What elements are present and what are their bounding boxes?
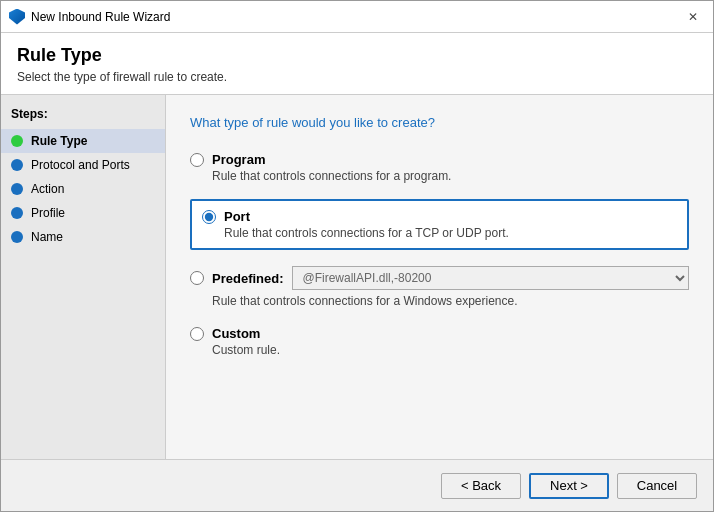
option-port-row: Port: [202, 209, 677, 224]
step-dot-rule-type: [11, 135, 23, 147]
step-label-name: Name: [31, 230, 63, 244]
wizard-window: New Inbound Rule Wizard ✕ Rule Type Sele…: [0, 0, 714, 512]
sidebar-item-name[interactable]: Name: [1, 225, 165, 249]
page-title: Rule Type: [17, 45, 697, 66]
radio-group: Program Rule that controls connections f…: [190, 150, 689, 359]
title-bar-controls: ✕: [681, 5, 705, 29]
step-label-profile: Profile: [31, 206, 65, 220]
page-subtitle: Select the type of firewall rule to crea…: [17, 70, 697, 84]
radio-predefined[interactable]: [190, 271, 204, 285]
step-dot-protocol-ports: [11, 159, 23, 171]
predefined-select[interactable]: @FirewallAPI.dll,-80200: [292, 266, 689, 290]
label-custom[interactable]: Custom: [212, 326, 260, 341]
step-label-action: Action: [31, 182, 64, 196]
title-bar: New Inbound Rule Wizard ✕: [1, 1, 713, 33]
radio-port[interactable]: [202, 210, 216, 224]
label-port[interactable]: Port: [224, 209, 250, 224]
option-custom-row: Custom: [190, 326, 689, 341]
sidebar-item-protocol-ports[interactable]: Protocol and Ports: [1, 153, 165, 177]
radio-program[interactable]: [190, 153, 204, 167]
step-dot-action: [11, 183, 23, 195]
desc-custom: Custom rule.: [212, 343, 689, 357]
sidebar-item-action[interactable]: Action: [1, 177, 165, 201]
option-predefined: Predefined: @FirewallAPI.dll,-80200 Rule…: [190, 264, 689, 310]
window-title: New Inbound Rule Wizard: [31, 10, 681, 24]
option-custom: Custom Custom rule.: [190, 324, 689, 359]
sidebar-item-rule-type[interactable]: Rule Type: [1, 129, 165, 153]
content-area: Steps: Rule Type Protocol and Ports Acti…: [1, 95, 713, 459]
page-header: Rule Type Select the type of firewall ru…: [1, 33, 713, 95]
desc-port: Rule that controls connections for a TCP…: [224, 226, 677, 240]
window-icon: [9, 9, 25, 25]
sidebar: Steps: Rule Type Protocol and Ports Acti…: [1, 95, 166, 459]
label-predefined[interactable]: Predefined:: [212, 271, 284, 286]
footer: < Back Next > Cancel: [1, 459, 713, 511]
step-label-rule-type: Rule Type: [31, 134, 87, 148]
step-dot-profile: [11, 207, 23, 219]
close-button[interactable]: ✕: [681, 5, 705, 29]
shield-icon: [9, 9, 25, 25]
label-program[interactable]: Program: [212, 152, 265, 167]
next-button[interactable]: Next >: [529, 473, 609, 499]
main-panel: What type of rule would you like to crea…: [166, 95, 713, 459]
question-text: What type of rule would you like to crea…: [190, 115, 689, 130]
steps-label: Steps:: [1, 103, 165, 129]
desc-program: Rule that controls connections for a pro…: [212, 169, 689, 183]
sidebar-item-profile[interactable]: Profile: [1, 201, 165, 225]
cancel-button[interactable]: Cancel: [617, 473, 697, 499]
option-program-row: Program: [190, 152, 689, 167]
predefined-select-row: Predefined: @FirewallAPI.dll,-80200: [190, 266, 689, 290]
step-label-protocol-ports: Protocol and Ports: [31, 158, 130, 172]
back-button[interactable]: < Back: [441, 473, 521, 499]
option-program: Program Rule that controls connections f…: [190, 150, 689, 185]
step-dot-name: [11, 231, 23, 243]
option-port: Port Rule that controls connections for …: [190, 199, 689, 250]
desc-predefined: Rule that controls connections for a Win…: [212, 294, 689, 308]
radio-custom[interactable]: [190, 327, 204, 341]
